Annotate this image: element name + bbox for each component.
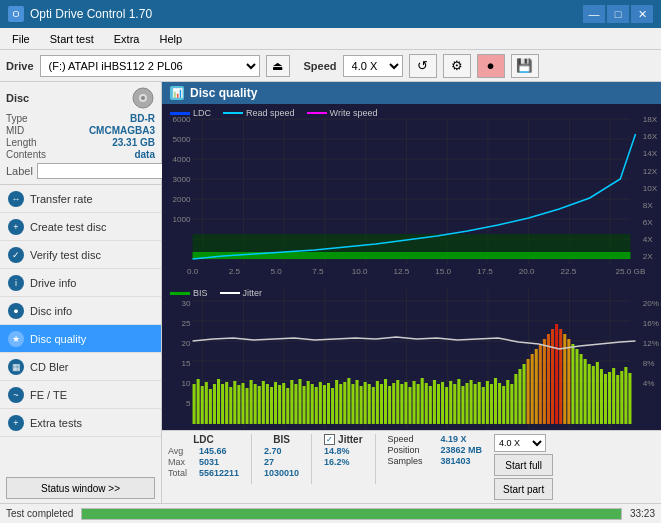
menu-file[interactable]: File	[4, 31, 38, 47]
extra-tests-label: Extra tests	[30, 417, 82, 429]
nav-disc-quality[interactable]: ★ Disc quality	[0, 325, 161, 353]
svg-rect-160	[559, 329, 562, 424]
svg-rect-102	[323, 385, 326, 424]
divider-2	[311, 434, 312, 484]
svg-rect-137	[465, 383, 468, 424]
menu-extra[interactable]: Extra	[106, 31, 148, 47]
svg-rect-154	[535, 349, 538, 424]
disc-info-icon: ●	[8, 303, 24, 319]
maximize-button[interactable]: □	[607, 5, 629, 23]
ldc-header: LDC	[168, 434, 239, 445]
svg-rect-151	[523, 364, 526, 424]
svg-rect-150	[518, 369, 521, 424]
svg-rect-91	[278, 385, 281, 424]
status-window-button[interactable]: Status window >>	[6, 477, 155, 499]
svg-rect-133	[449, 381, 452, 424]
ldc-max-value: 5031	[199, 457, 219, 467]
top-chart: LDC Read speed Write speed	[162, 104, 661, 284]
bis-stats: BIS 2.70 27 1030010	[264, 434, 299, 478]
close-button[interactable]: ✕	[631, 5, 653, 23]
svg-rect-124	[413, 381, 416, 424]
right-panel: 📊 Disc quality LDC Read speed	[162, 82, 661, 503]
bis-legend-label: BIS	[193, 288, 208, 298]
svg-rect-168	[592, 366, 595, 424]
svg-text:1000: 1000	[172, 215, 191, 224]
svg-text:20.0: 20.0	[519, 267, 535, 276]
bis-header: BIS	[264, 434, 299, 445]
disc-image-icon	[131, 86, 155, 110]
label-input[interactable]	[37, 163, 170, 179]
progress-container	[81, 508, 622, 520]
svg-rect-173	[612, 368, 615, 424]
nav-transfer-rate[interactable]: ↔ Transfer rate	[0, 185, 161, 213]
svg-rect-98	[307, 381, 310, 424]
nav-verify-test-disc[interactable]: ✓ Verify test disc	[0, 241, 161, 269]
burn-button[interactable]: ●	[477, 54, 505, 78]
svg-text:8%: 8%	[643, 359, 655, 368]
svg-rect-153	[531, 354, 534, 424]
svg-text:20%: 20%	[643, 299, 659, 308]
nav-extra-tests[interactable]: + Extra tests	[0, 409, 161, 437]
svg-text:12%: 12%	[643, 339, 659, 348]
bottom-chart-svg: 30 25 20 15 10 5 20% 16% 12% 8% 4% 0.0 2…	[162, 284, 661, 430]
start-full-button[interactable]: Start full	[494, 454, 553, 476]
nav-disc-info[interactable]: ● Disc info	[0, 297, 161, 325]
svg-text:20: 20	[181, 339, 191, 348]
settings-button[interactable]: ⚙	[443, 54, 471, 78]
ldc-legend-label: LDC	[193, 108, 211, 118]
refresh-button[interactable]: ↺	[409, 54, 437, 78]
svg-rect-90	[274, 382, 277, 424]
svg-rect-111	[360, 386, 363, 424]
start-part-button[interactable]: Start part	[494, 478, 553, 500]
svg-rect-135	[457, 379, 460, 424]
read-speed-legend-color	[223, 112, 243, 114]
menu-start-test[interactable]: Start test	[42, 31, 102, 47]
svg-rect-166	[584, 359, 587, 424]
nav-drive-info[interactable]: i Drive info	[0, 269, 161, 297]
svg-rect-73	[205, 382, 208, 424]
svg-rect-103	[327, 383, 330, 424]
svg-rect-143	[490, 384, 493, 424]
nav-create-test-disc[interactable]: + Create test disc	[0, 213, 161, 241]
disc-quality-label: Disc quality	[30, 333, 86, 345]
drive-info-icon: i	[8, 275, 24, 291]
svg-rect-71	[197, 379, 200, 424]
jitter-checkbox[interactable]: ✓	[324, 434, 335, 445]
jitter-avg-value: 14.8%	[324, 446, 350, 456]
save-button[interactable]: 💾	[511, 54, 539, 78]
menu-help[interactable]: Help	[151, 31, 190, 47]
speed-position-value: 23862 MB	[441, 445, 483, 455]
svg-text:2X: 2X	[643, 252, 654, 261]
svg-rect-145	[498, 383, 501, 424]
svg-point-2	[141, 96, 145, 100]
nav-fe-te[interactable]: ~ FE / TE	[0, 381, 161, 409]
svg-rect-134	[453, 384, 456, 424]
svg-rect-157	[547, 334, 550, 424]
bottom-legend: BIS Jitter	[170, 288, 262, 298]
speed-select[interactable]: 4.0 X	[343, 55, 403, 77]
disc-info-label: Disc info	[30, 305, 72, 317]
svg-rect-119	[392, 383, 395, 424]
svg-rect-100	[315, 387, 318, 424]
svg-rect-112	[364, 382, 367, 424]
drive-select[interactable]: (F:) ATAPI iHBS112 2 PL06	[40, 55, 260, 77]
svg-text:8X: 8X	[643, 201, 654, 210]
svg-text:30: 30	[181, 299, 191, 308]
disc-section-title: Disc	[6, 92, 29, 104]
eject-button[interactable]: ⏏	[266, 55, 290, 77]
svg-rect-174	[616, 375, 619, 424]
svg-rect-83	[246, 388, 249, 424]
nav-cd-bler[interactable]: ▦ CD Bler	[0, 353, 161, 381]
svg-rect-118	[388, 386, 391, 424]
svg-rect-92	[282, 383, 285, 424]
speed-select-stats[interactable]: 4.0 X	[494, 434, 546, 452]
minimize-button[interactable]: —	[583, 5, 605, 23]
svg-text:22.5: 22.5	[560, 267, 576, 276]
svg-rect-115	[376, 381, 379, 424]
ldc-stats: LDC Avg 145.66 Max 5031 Total 55612211	[168, 434, 239, 478]
svg-rect-171	[604, 374, 607, 424]
svg-rect-86	[258, 386, 261, 424]
svg-rect-162	[567, 339, 570, 424]
top-chart-svg: 6000 5000 4000 3000 2000 1000 18X 16X 14…	[162, 104, 661, 284]
divider-1	[251, 434, 252, 484]
